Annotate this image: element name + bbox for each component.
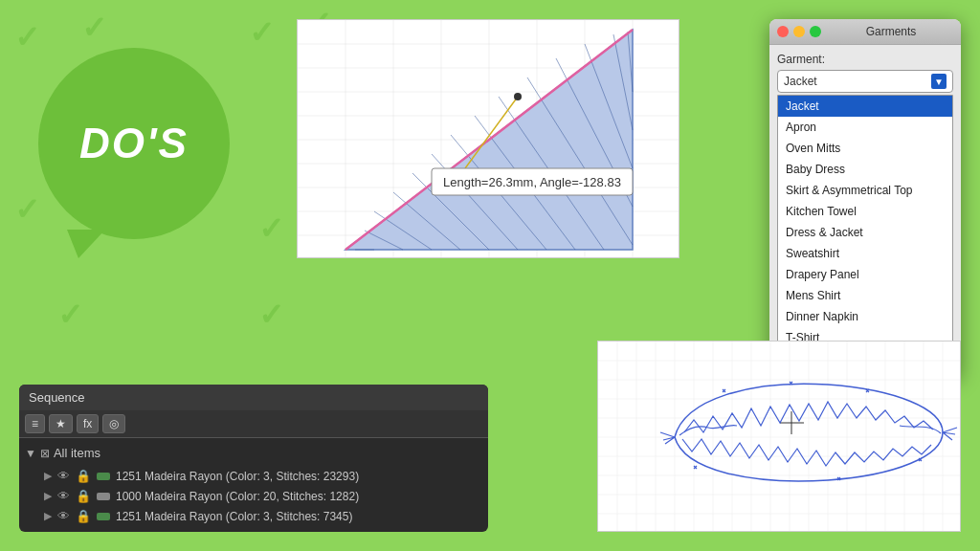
embroidery-panel <box>597 341 961 532</box>
garment-selected-value: Jacket <box>784 75 817 88</box>
star-icon: ⊠ <box>40 447 50 460</box>
lock-icon[interactable]: 🔒 <box>76 469 91 483</box>
sequence-row-text: 1000 Madeira Rayon (Color: 20, Stitches:… <box>116 490 359 503</box>
garments-titlebar: Garments <box>769 19 961 45</box>
embroidery-canvas <box>598 342 960 531</box>
garment-item-dress-jacket[interactable]: Dress & Jacket <box>778 222 952 243</box>
table-row: ▶ 👁 🔒 1251 Madeira Rayon (Color: 3, Stit… <box>25 466 482 486</box>
sequence-row-text: 1251 Madeira Rayon (Color: 3, Stitches: … <box>116 470 359 483</box>
color-swatch <box>97 513 110 520</box>
lock-icon[interactable]: 🔒 <box>76 509 91 523</box>
garment-dropdown-header[interactable]: Jacket ▼ <box>777 70 953 93</box>
cad-canvas: Length=26.3mm, Angle=-128.83 <box>298 20 679 257</box>
garment-item-baby-dress[interactable]: Baby Dress <box>778 159 952 180</box>
garment-list: Jacket Apron Oven Mitts Baby Dress Skirt… <box>777 95 953 370</box>
svg-text:Length=26.3mm, Angle=-128.83: Length=26.3mm, Angle=-128.83 <box>443 175 621 189</box>
sequence-title: Sequence <box>29 390 85 405</box>
garment-item-oven-mitts[interactable]: Oven Mitts <box>778 138 952 159</box>
table-row: ▶ 👁 🔒 1000 Madeira Rayon (Color: 20, Sti… <box>25 486 482 506</box>
checkmark-icon: ✓ <box>57 297 83 333</box>
garment-item-sweatshirt[interactable]: Sweatshirt <box>778 243 952 264</box>
toolbar-fx-button[interactable]: fx <box>77 414 99 433</box>
garment-item-drapery[interactable]: Drapery Panel <box>778 264 952 285</box>
garments-body: Garment: Jacket ▼ Jacket Apron Oven Mitt… <box>769 45 961 378</box>
sequence-header: Sequence <box>19 385 488 410</box>
garment-item-apron[interactable]: Apron <box>778 117 952 138</box>
table-row: ▶ 👁 🔒 1251 Madeira Rayon (Color: 3, Stit… <box>25 506 482 526</box>
row-arrow-icon: ▶ <box>44 470 52 482</box>
minimize-button[interactable] <box>793 26 805 37</box>
checkmark-icon: ✓ <box>249 14 275 51</box>
garments-dialog: Garments Garment: Jacket ▼ Jacket Apron … <box>769 19 961 378</box>
garment-label: Garment: <box>777 53 953 66</box>
sequence-row-text: 1251 Madeira Rayon (Color: 3, Stitches: … <box>116 510 352 523</box>
garment-item-mens-shirt[interactable]: Mens Shirt <box>778 285 952 306</box>
checkmark-icon: ✓ <box>14 191 40 228</box>
dos-bubble: DO'S <box>38 48 230 239</box>
close-button[interactable] <box>777 26 789 37</box>
cad-panel: Length=26.3mm, Angle=-128.83 <box>297 19 679 258</box>
toolbar-menu-button[interactable]: ≡ <box>25 414 45 433</box>
toolbar-settings-button[interactable]: ◎ <box>102 414 125 433</box>
all-items-label: All items <box>54 446 100 460</box>
garment-item-dinner-napkin[interactable]: Dinner Napkin <box>778 306 952 327</box>
maximize-button[interactable] <box>810 26 821 37</box>
dos-text: DO'S <box>79 120 189 167</box>
sequence-items: ▼ ⊠ All items ▶ 👁 🔒 1251 Madeira Rayon (… <box>19 438 488 532</box>
checkmark-icon: ✓ <box>258 210 284 247</box>
row-arrow-icon: ▶ <box>44 510 52 522</box>
expand-icon[interactable]: ▼ <box>25 447 36 460</box>
row-arrow-icon: ▶ <box>44 490 52 502</box>
sequence-toolbar: ≡ ★ fx ◎ <box>19 410 488 438</box>
color-swatch <box>97 493 110 500</box>
eye-icon[interactable]: 👁 <box>57 469 70 483</box>
color-swatch <box>97 473 110 480</box>
svg-rect-37 <box>598 342 961 532</box>
checkmark-icon: ✓ <box>258 297 284 333</box>
lock-icon[interactable]: 🔒 <box>76 489 91 503</box>
checkmark-icon: ✓ <box>81 10 107 46</box>
eye-icon[interactable]: 👁 <box>57 489 70 503</box>
svg-point-34 <box>514 93 522 100</box>
dialog-title: Garments <box>829 25 953 38</box>
garment-item-skirt[interactable]: Skirt & Asymmetrical Top <box>778 180 952 201</box>
titlebar-buttons <box>777 26 821 37</box>
garment-item-kitchen-towel[interactable]: Kitchen Towel <box>778 201 952 222</box>
dropdown-arrow-icon: ▼ <box>931 74 947 89</box>
sequence-all-items-row: ▼ ⊠ All items <box>25 444 482 462</box>
checkmark-icon: ✓ <box>14 19 40 55</box>
garment-item-jacket[interactable]: Jacket <box>778 96 952 117</box>
toolbar-star-button[interactable]: ★ <box>49 414 73 433</box>
sequence-panel: Sequence ≡ ★ fx ◎ ▼ ⊠ All items ▶ 👁 🔒 12… <box>19 385 488 532</box>
eye-icon[interactable]: 👁 <box>57 509 70 523</box>
